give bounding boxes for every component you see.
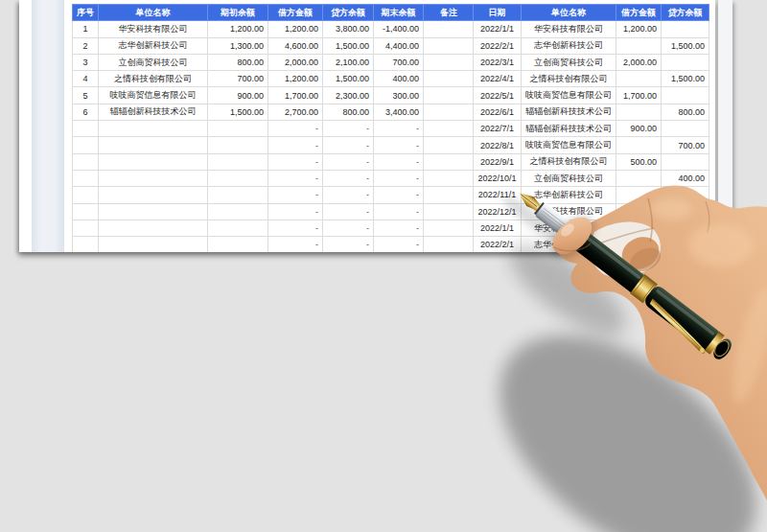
cell[interactable]: 立创商贸科技公司 xyxy=(522,54,616,70)
cell[interactable] xyxy=(616,104,662,120)
cell[interactable] xyxy=(73,170,99,186)
cell[interactable] xyxy=(73,187,99,203)
cell[interactable]: - xyxy=(323,137,374,153)
cell[interactable]: 华安科技有限公司 xyxy=(99,21,208,37)
cell[interactable]: 2022/6/1 xyxy=(474,104,522,120)
cell[interactable]: - xyxy=(268,170,323,186)
cell[interactable]: - xyxy=(268,203,323,220)
cell[interactable] xyxy=(616,137,662,153)
cell[interactable]: 2022/1/1 xyxy=(474,220,522,236)
cell[interactable]: 4,400.00 xyxy=(374,37,424,54)
cell[interactable] xyxy=(99,187,208,203)
cell[interactable]: 1,200.00 xyxy=(616,21,662,37)
cell[interactable]: - xyxy=(268,187,323,203)
cell[interactable]: 3 xyxy=(73,54,99,70)
cell[interactable]: 立创商贸科技公司 xyxy=(522,170,616,186)
cell[interactable]: 400.00 xyxy=(662,170,709,186)
cell[interactable]: 1,700.00 xyxy=(268,87,323,104)
cell[interactable]: 立创商贸科技公司 xyxy=(99,54,208,70)
cell[interactable]: 4,600.00 xyxy=(268,37,323,54)
cell[interactable] xyxy=(208,220,268,236)
cell[interactable]: 1,500.00 xyxy=(662,71,709,87)
cell[interactable]: - xyxy=(323,153,374,170)
column-header[interactable]: 贷方余额 xyxy=(323,5,374,21)
cell[interactable]: - xyxy=(374,237,424,252)
cell[interactable] xyxy=(662,237,709,252)
cell[interactable] xyxy=(208,237,268,252)
cell[interactable]: 2022/1/1 xyxy=(474,21,522,37)
cell[interactable]: 2,100.00 xyxy=(323,54,374,70)
cell[interactable]: - xyxy=(268,137,323,153)
cell[interactable]: 800.00 xyxy=(208,54,268,70)
cell[interactable]: 2022/12/1 xyxy=(474,203,522,220)
cell[interactable]: 华安科技有限公司 xyxy=(522,220,616,236)
cell[interactable] xyxy=(73,203,99,220)
cell[interactable]: - xyxy=(268,121,323,137)
column-header[interactable]: 期初余额 xyxy=(208,5,268,21)
cell[interactable]: 1,500.00 xyxy=(208,104,268,120)
cell[interactable]: 3,800.00 xyxy=(323,21,374,37)
cell[interactable] xyxy=(662,21,709,37)
cell[interactable]: 4 xyxy=(73,71,99,87)
cell[interactable]: - xyxy=(323,220,374,236)
journal-entries-table[interactable]: 日期单位名称借方金额贷方余额2022/1/1华安科技有限公司1,200.0020… xyxy=(473,4,709,252)
cell[interactable]: 志华创新科技公司 xyxy=(522,237,616,252)
column-header[interactable]: 贷方余额 xyxy=(662,5,709,21)
cell[interactable]: 吱吱商贸信息有限公司 xyxy=(522,87,616,104)
cell[interactable] xyxy=(99,121,208,137)
cell[interactable]: 2,000.00 xyxy=(268,54,323,70)
ledger-balance-table[interactable]: 序号单位名称期初余额借方金额贷方余额期末余额备注1华安科技有限公司1,200.0… xyxy=(72,4,475,252)
cell[interactable] xyxy=(99,220,208,236)
cell[interactable] xyxy=(424,87,475,104)
cell[interactable] xyxy=(208,170,268,186)
cell[interactable]: 1,500.00 xyxy=(662,37,709,54)
cell[interactable]: - xyxy=(374,137,424,153)
cell[interactable] xyxy=(616,71,662,87)
cell[interactable]: - xyxy=(374,220,424,236)
cell[interactable] xyxy=(424,203,475,220)
cell[interactable]: 1,200.00 xyxy=(208,21,268,37)
cell[interactable]: - xyxy=(374,121,424,137)
cell[interactable]: 2 xyxy=(73,37,99,54)
cell[interactable] xyxy=(424,71,475,87)
cell[interactable]: 800.00 xyxy=(662,104,709,120)
column-header[interactable]: 单位名称 xyxy=(522,5,616,21)
cell[interactable]: 华安科技有限公司 xyxy=(522,21,616,37)
cell[interactable]: - xyxy=(268,237,323,252)
cell[interactable]: 1,300.00 xyxy=(208,37,268,54)
cell[interactable]: 2022/9/1 xyxy=(474,153,522,170)
cell[interactable] xyxy=(662,121,709,137)
cell[interactable] xyxy=(424,121,475,137)
cell[interactable]: 志华创新科技公司 xyxy=(522,187,616,203)
cell[interactable] xyxy=(662,87,709,104)
cell[interactable]: 2,700.00 xyxy=(268,104,323,120)
cell[interactable] xyxy=(208,121,268,137)
cell[interactable]: - xyxy=(323,203,374,220)
cell[interactable]: 2,000.00 xyxy=(616,54,662,70)
cell[interactable]: 辐辐创新科技技术公司 xyxy=(522,104,616,120)
cell[interactable] xyxy=(424,170,475,186)
cell[interactable] xyxy=(424,37,475,54)
column-header[interactable]: 借方金额 xyxy=(268,5,323,21)
column-header[interactable]: 单位名称 xyxy=(99,5,208,21)
cell[interactable]: 1,200.00 xyxy=(268,21,323,37)
cell[interactable]: - xyxy=(374,170,424,186)
cell[interactable]: - xyxy=(374,203,424,220)
cell[interactable]: 300.00 xyxy=(374,87,424,104)
cell[interactable]: 800.00 xyxy=(323,104,374,120)
cell[interactable]: - xyxy=(323,237,374,252)
cell[interactable]: 2022/8/1 xyxy=(474,137,522,153)
column-header[interactable]: 日期 xyxy=(474,5,522,21)
cell[interactable] xyxy=(662,54,709,70)
cell[interactable] xyxy=(73,220,99,236)
cell[interactable]: 吱吱商贸信息有限公司 xyxy=(522,137,616,153)
cell[interactable]: 之情科技创有限公司 xyxy=(99,71,208,87)
cell[interactable] xyxy=(99,170,208,186)
cell[interactable]: - xyxy=(374,187,424,203)
cell[interactable]: 辐辐创新科技技术公司 xyxy=(522,121,616,137)
cell[interactable]: 2,300.00 xyxy=(323,87,374,104)
cell[interactable]: 华安科技有限公司 xyxy=(522,203,616,220)
cell[interactable]: 700.00 xyxy=(374,54,424,70)
cell[interactable] xyxy=(99,237,208,252)
cell[interactable] xyxy=(424,54,475,70)
